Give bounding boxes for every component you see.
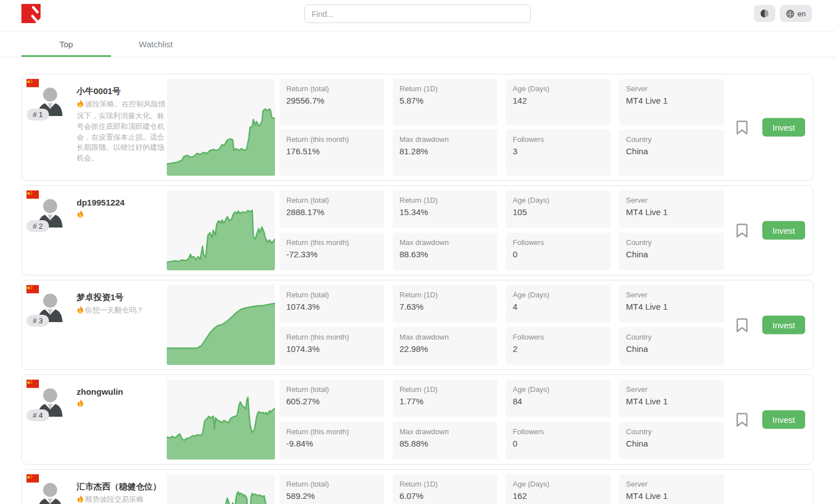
stat-return-1d: Return (1D) 6.07% <box>393 474 498 504</box>
trader-name[interactable]: 小牛0001号 <box>77 86 168 97</box>
stat-followers: Followers 0 <box>506 422 611 460</box>
equity-sparkline-chart <box>167 474 275 504</box>
theme-toggle-button[interactable] <box>754 5 775 22</box>
stat-label: Return (total) <box>286 385 377 394</box>
stat-label: Age (Days) <box>513 84 604 93</box>
stat-value: MT4 Live 1 <box>626 302 717 311</box>
stat-age-days: Age (Days) 84 <box>506 380 611 417</box>
stat-value: 2 <box>513 344 604 354</box>
stats-grid: Return (total) 29556.7% Return (1D) 5.87… <box>279 79 725 176</box>
stat-age-days: Age (Days) 4 <box>506 285 611 323</box>
stat-followers: Followers 3 <box>506 130 611 176</box>
stat-return-month: Return (this month) 176.51% <box>279 130 384 176</box>
invest-button[interactable]: Invest <box>762 411 805 429</box>
stat-label: Max drawdown <box>399 333 491 341</box>
bookmark-icon[interactable] <box>736 120 748 135</box>
stat-value: 1074.3% <box>286 302 377 311</box>
stat-age-days: Age (Days) 105 <box>506 190 611 228</box>
stat-server: Server MT4 Live 1 <box>619 190 724 228</box>
stat-label: Return (1D) <box>399 480 491 488</box>
invest-button[interactable]: Invest <box>762 316 805 334</box>
stat-age-days: Age (Days) 162 <box>506 474 611 504</box>
equity-sparkline-chart <box>167 79 275 176</box>
stat-value: 3 <box>513 146 604 156</box>
avatar: # 3 <box>34 293 66 322</box>
trader-card: # 2 dp19951224 Return (total) <box>21 185 814 275</box>
fire-icon <box>77 100 84 111</box>
search-input[interactable] <box>304 5 531 23</box>
china-flag-icon <box>26 79 39 87</box>
avatar: # 1 <box>34 87 66 116</box>
stat-label: Return (total) <box>286 196 377 204</box>
stat-value: 85.88% <box>399 439 491 448</box>
stat-label: Age (Days) <box>513 385 604 394</box>
stat-return-month: Return (this month) -9.84% <box>279 422 384 460</box>
equity-sparkline-chart <box>167 380 275 460</box>
trader-info: 梦卓投资1号 你想一天翻仓吗？ <box>77 292 168 317</box>
stat-country: Country China <box>619 422 724 460</box>
stat-return-1d: Return (1D) 1.77% <box>393 380 498 417</box>
equity-sparkline-chart <box>167 190 275 270</box>
stat-value: 88.63% <box>399 249 491 259</box>
stat-value: China <box>626 249 717 259</box>
fire-icon <box>77 495 84 504</box>
stat-server: Server MT4 Live 1 <box>619 79 724 125</box>
stat-label: Country <box>626 333 717 341</box>
trader-name[interactable]: zhongwulin <box>77 387 168 396</box>
stat-label: Server <box>626 480 717 488</box>
app-logo[interactable] <box>21 4 41 23</box>
stat-followers: Followers 0 <box>506 233 611 270</box>
trader-name[interactable]: 梦卓投资1号 <box>77 292 168 303</box>
avatar: # 5 <box>34 482 66 504</box>
stat-max-drawdown: Max drawdown 81.28% <box>393 130 498 176</box>
stat-value: MT4 Live 1 <box>626 207 717 217</box>
stat-label: Return (this month) <box>286 135 377 144</box>
tab-bar: Top Watchlist <box>0 32 835 57</box>
bookmark-icon[interactable] <box>736 412 748 427</box>
tab-top[interactable]: Top <box>21 32 111 57</box>
stat-label: Age (Days) <box>513 291 604 299</box>
stat-return-total: Return (total) 589.2% <box>279 474 384 504</box>
stat-max-drawdown: Max drawdown 85.88% <box>393 422 498 460</box>
china-flag-icon <box>26 190 39 199</box>
stat-value: 0 <box>513 439 604 448</box>
stat-value: 162 <box>513 491 604 501</box>
stat-return-total: Return (total) 2888.17% <box>279 190 384 228</box>
stat-return-total: Return (total) 29556.7% <box>279 79 384 125</box>
stat-value: 0 <box>513 249 604 259</box>
card-actions: Invest <box>736 221 805 240</box>
china-flag-icon <box>26 474 39 483</box>
stat-max-drawdown: Max drawdown 88.63% <box>393 233 498 270</box>
stat-label: Max drawdown <box>399 135 491 144</box>
stat-value: 29556.7% <box>286 96 377 105</box>
header: en <box>0 0 835 32</box>
tab-watchlist[interactable]: Watchlist <box>111 32 201 57</box>
stat-followers: Followers 2 <box>506 327 611 365</box>
trader-name[interactable]: 汇市杰西（稳健仓位） <box>77 481 168 492</box>
trader-list: # 1 小牛0001号 波段策略。在控制风险情况下，实现利润最大化。账号会抓住底… <box>21 74 814 504</box>
bookmark-icon[interactable] <box>736 223 748 238</box>
rank-badge: # 4 <box>26 409 49 421</box>
rank-badge: # 3 <box>26 315 49 327</box>
card-actions: Invest <box>736 316 805 334</box>
stat-label: Country <box>626 135 717 144</box>
trader-name[interactable]: dp19951224 <box>77 198 168 207</box>
stat-value: 1074.3% <box>286 344 377 354</box>
bookmark-icon[interactable] <box>736 318 748 332</box>
trader-card: # 5 汇市杰西（稳健仓位） 顺势波段交易策略 Return (total) <box>21 469 814 504</box>
fire-icon <box>77 399 84 411</box>
invest-button[interactable]: Invest <box>762 221 805 240</box>
trader-description-text: 你想一天翻仓吗？ <box>85 306 144 314</box>
equity-sparkline-chart <box>167 285 275 365</box>
stat-value: 605.27% <box>286 396 377 406</box>
stat-label: Server <box>626 291 717 299</box>
stat-value: MT4 Live 1 <box>626 491 717 501</box>
trader-description: 你想一天翻仓吗？ <box>77 305 168 317</box>
fire-icon <box>77 306 84 317</box>
trader-card: # 4 zhongwulin Return (total) <box>21 374 814 465</box>
trader-info: 小牛0001号 波段策略。在控制风险情况下，实现利润最大化。账号会抓住底部和顶部… <box>77 86 168 164</box>
china-flag-icon <box>26 380 39 388</box>
language-button[interactable]: en <box>780 5 812 22</box>
invest-button[interactable]: Invest <box>762 118 805 137</box>
stat-label: Age (Days) <box>513 196 604 204</box>
